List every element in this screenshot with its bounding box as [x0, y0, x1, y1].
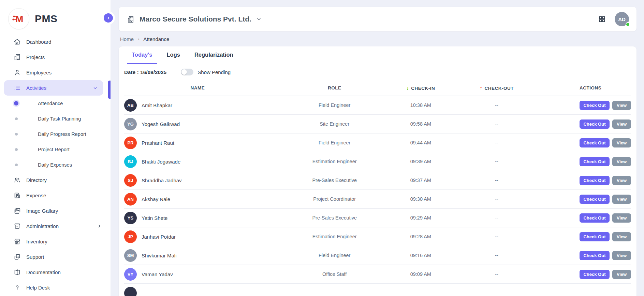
tab-logs[interactable]: Logs [162, 46, 185, 64]
chevron-down-icon [93, 86, 98, 90]
table-row: SMShivkumar Mali Field Engineer 09:16 AM… [124, 246, 631, 265]
sidebar-item-image-gallery[interactable]: Image Gallary [0, 203, 111, 219]
sidebar-subitem-attendance[interactable]: Attendance [0, 96, 111, 111]
logo-row: M PMS [0, 0, 111, 33]
view-button[interactable]: View [612, 232, 631, 241]
sidebar-collapse-button[interactable] [104, 13, 113, 23]
col-check-out[interactable]: ↑CHECK-OUT [443, 85, 550, 91]
check-out-button[interactable]: Check Out [580, 101, 610, 110]
logo-m-icon: M [11, 11, 26, 26]
view-button[interactable]: View [612, 101, 631, 110]
table-row: ABAmit Bhapkar Field Engineer 10:38 AM -… [124, 96, 631, 114]
home-icon [14, 38, 21, 45]
view-button[interactable]: View [612, 270, 631, 279]
avatar [124, 287, 137, 296]
list-icon [14, 84, 21, 91]
office-building-icon [127, 15, 135, 23]
show-pending-toggle[interactable] [181, 69, 193, 75]
sidebar-item-documentation[interactable]: Documentation [0, 265, 111, 280]
sidebar-subitem-daily-progress-report[interactable]: Daily Progress Report [0, 126, 111, 142]
view-button[interactable]: View [612, 119, 631, 129]
check-out-button[interactable]: Check Out [580, 213, 610, 223]
check-out-time: -- [443, 234, 550, 239]
view-button[interactable]: View [612, 138, 631, 147]
image-icon [14, 207, 21, 214]
sidebar-item-projects[interactable]: Projects [0, 50, 111, 65]
sidebar-item-employees[interactable]: Employees [0, 65, 111, 80]
sidebar-item-label: Support [26, 254, 44, 260]
tab-regularization[interactable]: Regularization [190, 46, 238, 64]
check-out-time: -- [443, 215, 550, 221]
person-icon [14, 69, 21, 76]
active-section-indicator [108, 81, 111, 99]
check-in-time: 09:09 AM [398, 271, 443, 277]
avatar: SM [124, 249, 137, 262]
employee-name: Akshay Nale [142, 196, 170, 202]
avatar: AN [124, 193, 137, 206]
sidebar-item-label: Help Desk [26, 285, 50, 291]
dot-icon [15, 148, 18, 151]
book-icon [14, 269, 21, 276]
employee-role: Pre-Sales Executive [271, 178, 398, 183]
sidebar-subitem-daily-expenses[interactable]: Daily Expenses [0, 157, 111, 172]
check-out-button[interactable]: Check Out [580, 176, 610, 185]
receipt-icon [14, 192, 21, 199]
check-out-button[interactable]: Check Out [580, 138, 610, 147]
company-logo: M [8, 8, 29, 29]
sidebar-item-label: Directory [26, 177, 47, 183]
employee-role: Estimation Engineer [271, 234, 398, 239]
view-button[interactable]: View [612, 195, 631, 204]
tab-todays[interactable]: Today's [127, 46, 157, 64]
show-pending-label: Show Pending [197, 69, 231, 75]
check-out-button[interactable]: Check Out [580, 251, 610, 260]
sidebar-menu: Dashboard Projects Employees Activities [0, 34, 111, 295]
company-selector[interactable]: Marco Secure Solutions Pvt. Ltd. [127, 15, 262, 23]
check-in-time: 09:58 AM [398, 121, 443, 127]
sidebar-subitem-daily-task-planning[interactable]: Daily Task Planning [0, 111, 111, 126]
sidebar-item-support[interactable]: Support [0, 249, 111, 265]
check-out-button[interactable]: Check Out [580, 119, 610, 129]
avatar: BJ [124, 155, 137, 168]
breadcrumb-home[interactable]: Home [120, 36, 134, 42]
view-button[interactable]: View [612, 251, 631, 260]
check-out-button[interactable]: Check Out [580, 157, 610, 166]
sidebar-item-activities[interactable]: Activities [4, 80, 103, 96]
sidebar-item-label: Dashboard [26, 39, 51, 45]
apps-grid-icon[interactable] [598, 15, 606, 23]
check-out-time: -- [443, 140, 550, 145]
col-check-in-label: CHECK-IN [411, 86, 435, 91]
sidebar-item-inventory[interactable]: Inventory [0, 234, 111, 249]
sidebar-item-help-desk[interactable]: Help Desk [0, 280, 111, 295]
tab-bar: Today's Logs Regularization [119, 46, 636, 64]
check-out-time: -- [443, 159, 550, 164]
employee-name: Amit Bhapkar [142, 102, 172, 108]
check-out-button[interactable]: Check Out [580, 195, 610, 204]
check-in-time: 10:38 AM [398, 102, 443, 108]
sidebar-item-dashboard[interactable]: Dashboard [0, 34, 111, 50]
check-in-time: 09:44 AM [398, 140, 443, 145]
dot-icon [15, 164, 18, 166]
dot-icon [15, 133, 18, 136]
check-out-button[interactable]: Check Out [580, 232, 610, 241]
avatar: PR [124, 137, 137, 149]
avatar: SJ [124, 174, 137, 187]
view-button[interactable]: View [612, 176, 631, 185]
sidebar-item-expense[interactable]: Expense [0, 188, 111, 203]
archive-icon [14, 223, 21, 230]
table-row: VYVaman Yadav Office Staff 09:09 AM -- C… [124, 265, 631, 283]
employee-name: Yogesh Gaikwad [142, 121, 180, 127]
check-out-button[interactable]: Check Out [580, 270, 610, 279]
sidebar-subitem-project-report[interactable]: Project Report [0, 142, 111, 157]
chevron-right-icon [97, 224, 102, 228]
col-check-in[interactable]: ↓CHECK-IN [398, 85, 443, 91]
table-row-partial [124, 283, 631, 296]
avatar: VY [124, 268, 137, 281]
sidebar-item-directory[interactable]: Directory [0, 172, 111, 188]
sidebar-item-administration[interactable]: Administration [0, 219, 111, 234]
user-avatar[interactable]: AD [615, 12, 629, 26]
attendance-card: Today's Logs Regularization Date : 16/08… [119, 46, 636, 296]
employee-role: Site Engineer [271, 121, 398, 127]
view-button[interactable]: View [612, 157, 631, 166]
view-button[interactable]: View [612, 213, 631, 223]
avatar: YG [124, 118, 137, 130]
